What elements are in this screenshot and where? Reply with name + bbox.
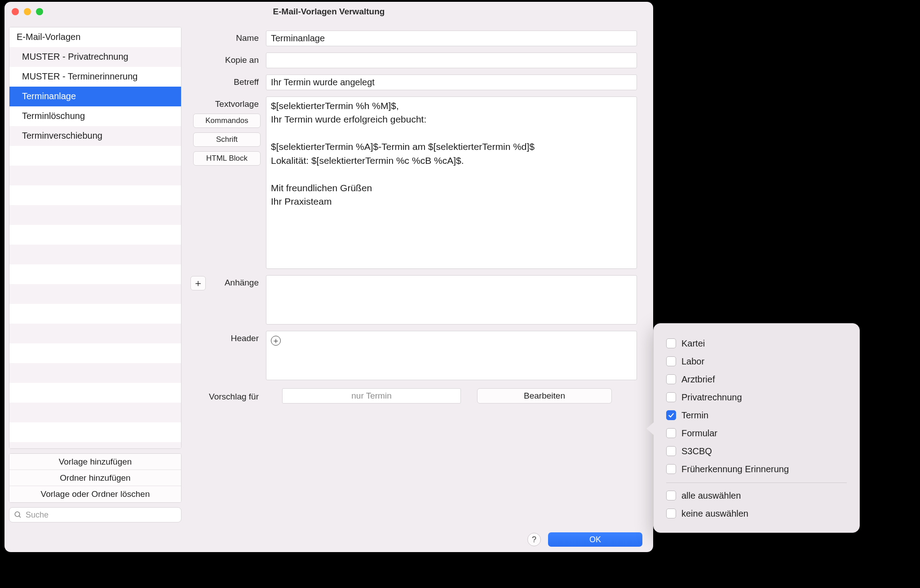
label-copy: Kopie an: [190, 53, 266, 65]
list-header[interactable]: E-Mail-Vorlagen: [9, 27, 181, 47]
checkbox-row[interactable]: Arztbrief: [666, 370, 847, 388]
checkbox-label: Termin: [681, 410, 708, 421]
checkbox-label: alle auswählen: [681, 491, 741, 501]
header-box[interactable]: ＋: [266, 331, 637, 380]
copy-field[interactable]: [266, 53, 637, 68]
checkbox-row[interactable]: Termin: [666, 406, 847, 424]
checkbox-label: Kartei: [681, 338, 705, 349]
close-icon[interactable]: [12, 8, 19, 15]
delete-button[interactable]: Vorlage oder Ordner löschen: [9, 486, 181, 502]
suggest-popover: Kartei Labor Arztbrief Privatrechnung Te…: [653, 323, 860, 533]
add-folder-button[interactable]: Ordner hinzufügen: [9, 470, 181, 486]
list-item[interactable]: Terminlöschung: [9, 106, 181, 126]
ok-button[interactable]: OK: [548, 532, 642, 547]
commands-button[interactable]: Kommandos: [193, 114, 261, 128]
list-item[interactable]: MUSTER - Terminerinnerung: [9, 67, 181, 87]
checkbox-label: Formular: [681, 428, 717, 439]
svg-line-1: [19, 516, 21, 518]
svg-point-0: [15, 512, 20, 517]
checkbox[interactable]: [666, 356, 676, 366]
label-template: Textvorlage: [190, 97, 266, 109]
htmlblock-button[interactable]: HTML Block: [193, 151, 261, 166]
checkbox[interactable]: [666, 392, 676, 402]
template-list: E-Mail-Vorlagen MUSTER - Privatrechnung …: [9, 27, 181, 449]
checkbox-row[interactable]: Kartei: [666, 334, 847, 352]
label-suggest: Vorschlag für: [190, 390, 266, 402]
zoom-icon[interactable]: [36, 8, 43, 15]
checkbox-row[interactable]: Formular: [666, 424, 847, 442]
list-filler: [9, 146, 181, 448]
help-button[interactable]: ?: [527, 533, 541, 546]
checkbox-label: Arztbrief: [681, 374, 715, 385]
circle-plus-icon[interactable]: ＋: [271, 336, 281, 346]
attachments-box[interactable]: [266, 275, 637, 325]
list-item[interactable]: Terminanlage: [9, 87, 181, 106]
form-area: Name Kopie an Betreff Textvorlage Komman…: [186, 22, 653, 527]
add-template-button[interactable]: Vorlage hinzufügen: [9, 454, 181, 470]
checkbox-row[interactable]: Labor: [666, 352, 847, 370]
select-none-row[interactable]: keine auswählen: [666, 505, 847, 522]
label-attachments: Anhänge: [209, 275, 266, 288]
name-field[interactable]: [266, 31, 637, 46]
search-icon: [14, 511, 22, 519]
titlebar: E-Mail-Vorlagen Verwaltung: [4, 2, 653, 22]
search-input[interactable]: [26, 510, 177, 520]
checkbox-row[interactable]: S3CBQ: [666, 442, 847, 460]
main-window: E-Mail-Vorlagen Verwaltung E-Mail-Vorlag…: [4, 2, 653, 552]
checkbox-label: keine auswählen: [681, 509, 748, 519]
select-all-row[interactable]: alle auswählen: [666, 487, 847, 505]
search-wrap: [9, 507, 181, 522]
separator: [666, 483, 847, 483]
checkbox-label: Früherkennung Erinnerung: [681, 464, 789, 474]
font-button[interactable]: Schrift: [193, 132, 261, 147]
list-item[interactable]: MUSTER - Privatrechnung: [9, 47, 181, 67]
label-header: Header: [190, 331, 266, 343]
subject-field[interactable]: [266, 75, 637, 90]
search-field[interactable]: [9, 507, 181, 522]
checkbox-row[interactable]: Früherkennung Erinnerung: [666, 460, 847, 478]
traffic-lights: [12, 8, 43, 15]
template-textarea[interactable]: [266, 97, 637, 269]
checkbox[interactable]: [666, 446, 676, 456]
checkbox[interactable]: [666, 410, 676, 420]
minimize-icon[interactable]: [24, 8, 31, 15]
checkbox[interactable]: [666, 491, 676, 500]
add-attachment-button[interactable]: ＋: [190, 276, 206, 290]
checkbox[interactable]: [666, 464, 676, 474]
window-body: E-Mail-Vorlagen MUSTER - Privatrechnung …: [4, 22, 653, 527]
checkbox[interactable]: [666, 374, 676, 384]
label-name: Name: [190, 31, 266, 43]
checkbox-label: Labor: [681, 356, 704, 367]
checkbox-label: Privatrechnung: [681, 392, 742, 403]
suggest-value: nur Termin: [282, 388, 461, 404]
checkbox[interactable]: [666, 428, 676, 438]
list-item[interactable]: Terminverschiebung: [9, 126, 181, 146]
edit-button[interactable]: Bearbeiten: [477, 388, 612, 404]
bottom-bar: ? OK: [4, 527, 653, 552]
window-title: E-Mail-Vorlagen Verwaltung: [273, 7, 385, 17]
sidebar: E-Mail-Vorlagen MUSTER - Privatrechnung …: [4, 22, 186, 527]
checkbox[interactable]: [666, 509, 676, 518]
checkbox-label: S3CBQ: [681, 446, 712, 456]
checkbox[interactable]: [666, 338, 676, 348]
sidebar-actions: Vorlage hinzufügen Ordner hinzufügen Vor…: [9, 453, 181, 503]
checkbox-row[interactable]: Privatrechnung: [666, 388, 847, 406]
label-subject: Betreff: [190, 75, 266, 87]
